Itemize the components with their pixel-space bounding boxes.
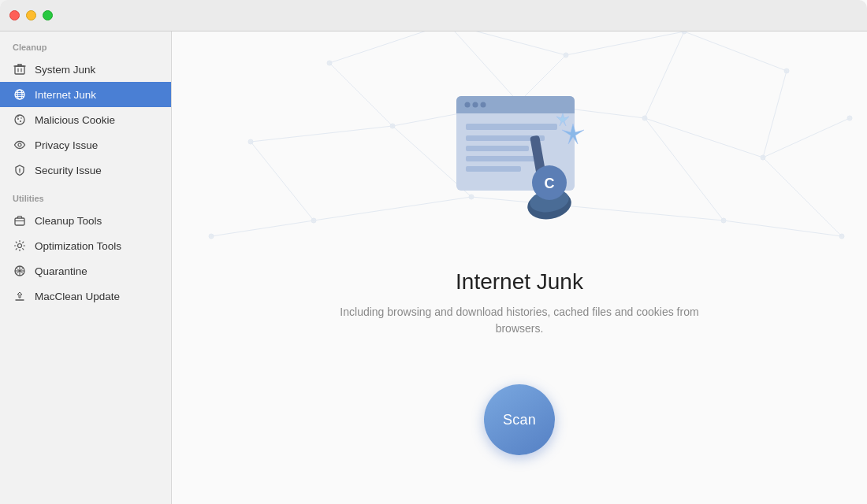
sidebar-item-malicious-cookie[interactable]: Malicious Cookie <box>0 107 171 132</box>
svg-line-58 <box>763 118 850 158</box>
internet-junk-illustration: C <box>433 80 606 254</box>
svg-point-19 <box>19 172 20 172</box>
svg-rect-73 <box>466 124 557 130</box>
svg-rect-75 <box>466 146 529 151</box>
content-area: C Internet Junk Including browsing and d… <box>322 80 716 455</box>
sidebar: Cleanup System Junk <box>0 0 172 504</box>
sidebar-item-system-junk[interactable]: System Junk <box>0 57 171 82</box>
shield-icon <box>13 163 27 177</box>
svg-point-13 <box>17 118 19 120</box>
svg-line-48 <box>684 32 787 71</box>
sidebar-item-quarantine[interactable]: Quarantine <box>0 258 171 284</box>
malicious-cookie-label: Malicious Cookie <box>35 114 115 126</box>
svg-line-16 <box>17 117 19 118</box>
quarantine-label: Quarantine <box>35 265 87 277</box>
gear-icon <box>13 239 27 253</box>
svg-point-17 <box>18 143 21 146</box>
svg-point-22 <box>18 244 22 248</box>
cleanup-section-label: Cleanup <box>0 32 171 57</box>
minimize-button[interactable] <box>26 10 36 20</box>
cookie-icon <box>13 113 27 127</box>
quarantine-icon <box>13 264 27 278</box>
svg-line-47 <box>566 32 684 55</box>
page-title: Internet Junk <box>456 269 583 295</box>
maximize-button[interactable] <box>43 10 53 20</box>
system-junk-label: System Junk <box>35 64 95 76</box>
security-issue-label: Security Issue <box>35 165 102 176</box>
svg-point-70 <box>465 102 471 108</box>
sidebar-item-optimization-tools[interactable]: Optimization Tools <box>0 233 171 258</box>
trash-icon <box>13 62 27 76</box>
svg-rect-77 <box>466 166 521 172</box>
sidebar-item-security-issue[interactable]: Security Issue <box>0 158 171 183</box>
svg-point-14 <box>20 120 21 122</box>
utilities-section-label: Utilities <box>0 183 171 208</box>
svg-point-72 <box>481 102 486 108</box>
svg-point-12 <box>15 115 24 124</box>
svg-rect-0 <box>15 66 24 74</box>
sidebar-item-cleanup-tools[interactable]: Cleanup Tools <box>0 208 171 233</box>
sidebar-item-privacy-issue[interactable]: Privacy Issue <box>0 132 171 158</box>
svg-point-71 <box>473 102 478 108</box>
svg-line-63 <box>211 220 314 236</box>
optimization-tools-label: Optimization Tools <box>35 240 121 252</box>
svg-rect-20 <box>15 218 24 225</box>
suitcase-icon <box>13 213 27 228</box>
svg-rect-76 <box>466 156 537 161</box>
svg-text:C: C <box>545 176 555 191</box>
svg-line-59 <box>251 142 314 220</box>
page-description: Including browsing and download historie… <box>322 304 716 337</box>
svg-line-66 <box>724 220 842 236</box>
svg-point-15 <box>20 117 22 119</box>
svg-line-62 <box>763 158 842 236</box>
sidebar-item-internet-junk[interactable]: Internet Junk <box>0 82 171 107</box>
globe-icon <box>13 87 27 102</box>
internet-junk-label: Internet Junk <box>35 89 96 101</box>
scan-button[interactable]: Scan <box>484 384 555 455</box>
main-content: C Internet Junk Including browsing and d… <box>172 0 867 504</box>
privacy-issue-label: Privacy Issue <box>35 139 98 151</box>
macclean-update-label: MacClean Update <box>35 291 120 302</box>
sidebar-item-macclean-update[interactable]: MacClean Update <box>0 284 171 309</box>
title-bar <box>0 0 867 32</box>
eye-icon <box>13 138 27 152</box>
update-icon <box>13 289 27 303</box>
svg-line-53 <box>763 71 787 158</box>
cleanup-tools-label: Cleanup Tools <box>35 215 102 227</box>
close-button[interactable] <box>9 10 20 20</box>
